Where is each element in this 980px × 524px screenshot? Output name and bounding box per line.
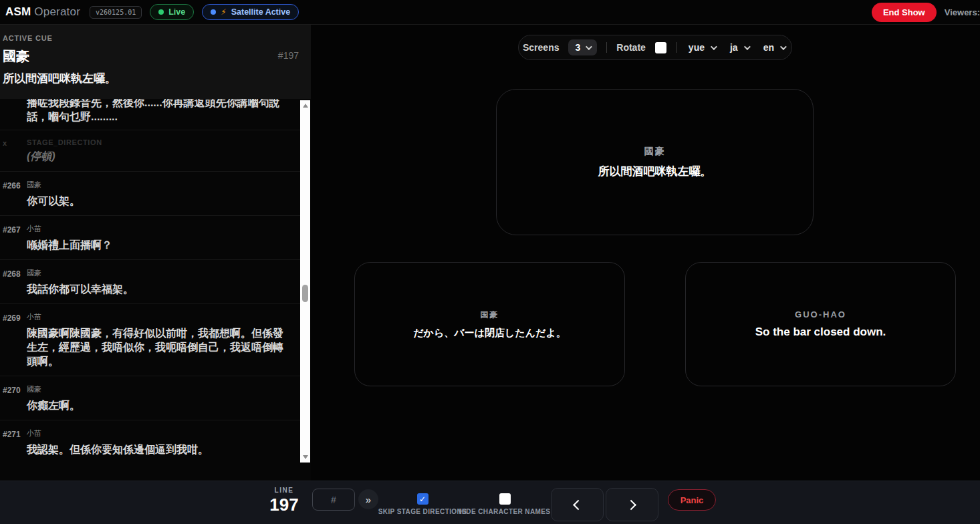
divider <box>676 42 677 53</box>
hide-character-names-checkbox[interactable] <box>499 493 511 505</box>
cue-number: #271 <box>3 428 27 456</box>
line-label: LINE <box>264 487 304 494</box>
cue-number: #269 <box>3 312 27 368</box>
screen-character-name: GUO-HAO <box>795 309 846 319</box>
live-status-badge: Live <box>150 4 194 20</box>
viewers-label: Viewers: <box>945 7 980 17</box>
active-cue-section-label: ACTIVE CUE <box>3 34 299 42</box>
transport-bar: LINE 197 » ✓ SKIP STAGE DIRECTIONS HIDE … <box>0 481 980 524</box>
current-line-indicator: LINE 197 <box>264 487 304 515</box>
cue-row-270[interactable]: #270 國豪 你癲左啊。 <box>0 376 300 420</box>
cue-text: 我話你都可以幸福架。 <box>27 282 134 296</box>
language-select-3[interactable]: en <box>761 42 787 53</box>
cue-character: 小苗 <box>27 428 209 438</box>
cue-row-271[interactable]: #271 小苗 我認架。但係你要知係邊個逼到我咁。 <box>0 420 300 463</box>
stage-direction-marker: x <box>3 138 27 164</box>
cue-number: #270 <box>3 384 27 412</box>
cue-character: 國豪 <box>27 180 80 190</box>
chevron-down-icon <box>586 43 592 50</box>
cue-text: 陳國豪啊陳國豪，有得好似以前咁，我都想啊。但係發生左，經歷過，我唔似你，我呃唔倒… <box>27 326 293 368</box>
chevron-left-icon <box>573 499 584 510</box>
line-number: 197 <box>264 495 304 515</box>
lightning-icon: ⚡ <box>221 7 226 17</box>
cue-list-scrollbar[interactable] <box>300 100 310 463</box>
cue-text: 你可以架。 <box>27 194 80 208</box>
screen-controls-bar: Screens 3 Rotate yue ja en <box>518 35 792 60</box>
stage-direction-text: (停頓) <box>27 150 102 164</box>
cue-row-268[interactable]: #268 國豪 我話你都可以幸福架。 <box>0 260 300 304</box>
cue-character: 小苗 <box>27 312 293 322</box>
screen-subtitle-text: だから、バーは閉店したんだよ。 <box>413 327 566 340</box>
screens-count-value: 3 <box>575 42 580 53</box>
skip-stage-directions-label[interactable]: SKIP STAGE DIRECTIONS <box>378 508 467 515</box>
language-select-2[interactable]: ja <box>727 42 751 53</box>
triangle-down-icon <box>303 455 308 459</box>
jump-button[interactable]: » <box>358 489 378 509</box>
cue-row-partial[interactable]: 好感動啊。我聽到都想喊啊。不如咁啊，我係婚禮上面播咗我段錄音先，然後你.....… <box>0 99 300 130</box>
language-value: ja <box>730 42 738 53</box>
version-badge: v260125.01 <box>90 6 142 19</box>
language-value: yue <box>689 42 705 53</box>
language-select-1[interactable]: yue <box>686 42 718 53</box>
app-logo-light: Operator <box>34 5 80 18</box>
skip-stage-directions-checkbox[interactable]: ✓ <box>417 493 428 505</box>
cue-list: 好感動啊。我聽到都想喊啊。不如咁啊，我係婚禮上面播咗我段錄音先，然後你.....… <box>0 99 300 463</box>
cue-character: 小苗 <box>27 224 112 234</box>
divider <box>606 42 607 53</box>
active-cue-character: 國豪 <box>3 47 29 66</box>
cue-number: #267 <box>3 224 27 252</box>
cue-row-269[interactable]: #269 小苗 陳國豪啊陳國豪，有得好似以前咁，我都想啊。但係發生左，經歷過，我… <box>0 304 300 376</box>
screen-preview-en: GUO-HAO So the bar closed down. <box>685 262 956 386</box>
satellite-status-badge: ⚡ Satellite Active <box>202 4 299 20</box>
scrollbar-up-arrow[interactable] <box>300 100 310 111</box>
app-logo: ASM Operator <box>5 5 80 19</box>
language-value: en <box>763 42 774 53</box>
top-bar: ASM Operator v260125.01 Live ⚡ Satellite… <box>0 0 980 25</box>
chevron-right-icon <box>626 499 636 510</box>
screen-subtitle-text: So the bar closed down. <box>755 325 886 339</box>
stage-direction-label: STAGE_DIRECTION <box>27 138 102 146</box>
screens-preview-area: Screens 3 Rotate yue ja en 國豪 所以間酒吧咪執左囉。… <box>311 25 980 481</box>
app-logo-bold: ASM <box>5 5 31 18</box>
screen-preview-ja: 国豪 だから、バーは閉店したんだよ。 <box>354 262 625 386</box>
satellite-dot-icon <box>211 9 216 15</box>
cue-text: 喺婚禮上面播啊？ <box>27 238 112 252</box>
cue-text: 我認架。但係你要知係邊個逼到我咁。 <box>27 442 209 456</box>
next-cue-button[interactable] <box>606 488 658 521</box>
cue-number: #268 <box>3 268 27 296</box>
cue-number: #266 <box>3 180 27 208</box>
screen-subtitle-text: 所以間酒吧咪執左囉。 <box>598 164 712 179</box>
cue-text: 好感動啊。我聽到都想喊啊。不如咁啊，我係婚禮上面播咗我段錄音先，然後你.....… <box>27 99 293 124</box>
panic-button[interactable]: Panic <box>668 489 716 511</box>
hide-character-names-label[interactable]: HIDE CHARACTER NAMES <box>459 508 551 515</box>
scrollbar-down-arrow[interactable] <box>300 452 310 463</box>
triangle-up-icon <box>303 104 308 108</box>
active-cue-number: #197 <box>278 50 299 61</box>
cue-sidebar: ACTIVE CUE 國豪 #197 所以間酒吧咪執左囉。 好感動啊。我聽到都想… <box>0 25 311 463</box>
screen-preview-yue: 國豪 所以間酒吧咪執左囉。 <box>496 89 814 235</box>
cue-character: 國豪 <box>27 384 80 394</box>
rotate-label: Rotate <box>616 42 646 53</box>
chevron-down-icon <box>780 43 787 50</box>
previous-cue-button[interactable] <box>551 488 604 521</box>
jump-to-line-input[interactable] <box>312 489 355 511</box>
satellite-label: Satellite Active <box>231 7 290 17</box>
active-cue-panel: ACTIVE CUE 國豪 #197 所以間酒吧咪執左囉。 <box>0 25 311 99</box>
cue-row-267[interactable]: #267 小苗 喺婚禮上面播啊？ <box>0 216 300 260</box>
chevron-down-icon <box>711 43 717 50</box>
screens-count-select[interactable]: 3 <box>568 39 597 55</box>
screen-character-name: 国豪 <box>481 309 499 321</box>
cue-text: 你癲左啊。 <box>27 398 80 412</box>
chevron-down-icon <box>744 43 751 50</box>
cue-row-266[interactable]: #266 國豪 你可以架。 <box>0 172 300 216</box>
rotate-checkbox[interactable] <box>655 42 666 53</box>
screens-label: Screens <box>523 42 559 53</box>
live-dot-icon <box>158 9 164 15</box>
screen-character-name: 國豪 <box>644 146 666 158</box>
end-show-button[interactable]: End Show <box>872 3 937 22</box>
live-label: Live <box>168 7 185 17</box>
scrollbar-thumb[interactable] <box>302 285 308 302</box>
stage-direction-row[interactable]: x STAGE_DIRECTION (停頓) <box>0 130 300 172</box>
active-cue-text: 所以間酒吧咪執左囉。 <box>3 71 299 86</box>
cue-character: 國豪 <box>27 268 134 278</box>
